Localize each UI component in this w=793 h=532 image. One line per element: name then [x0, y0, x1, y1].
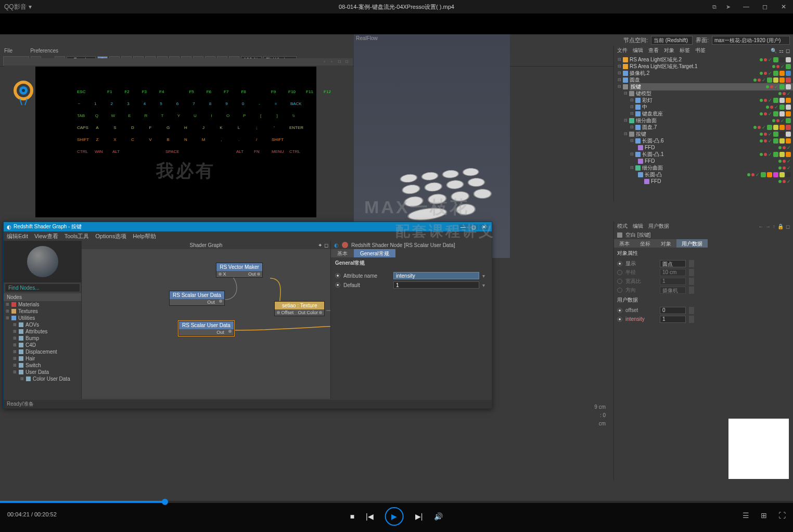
pin-icon[interactable]: ➤ [726, 4, 731, 10]
node-tree-item[interactable]: ⊞Textures [4, 308, 81, 315]
spinner[interactable] [689, 287, 694, 294]
seek-knob[interactable] [162, 499, 168, 505]
om-row[interactable]: ⊟彩灯✓ [614, 97, 793, 103]
om-row[interactable]: ⊟RS Area Light区域光.Target.1✓ [614, 63, 793, 70]
radio-icon[interactable] [617, 288, 622, 293]
node-setiao-texture[interactable]: setiao : Texture OffsetOut Color [274, 301, 325, 316]
maximize-button[interactable]: ◻ [756, 0, 774, 14]
vp-icon-4[interactable]: □ [346, 59, 351, 64]
menu-prefs[interactable]: Preferences [30, 48, 58, 54]
node-scalar-1[interactable]: RS Scalar User Data Out [169, 291, 225, 306]
radio-icon[interactable] [335, 282, 340, 288]
om-row[interactable]: ⊟按键✓ [614, 131, 793, 137]
fullscreen-icon[interactable]: ⛶ [778, 511, 786, 520]
om-search-icon[interactable]: 🔍 [771, 48, 777, 54]
spinner[interactable] [689, 278, 694, 285]
prop-input[interactable] [393, 281, 479, 289]
am-back-icon[interactable]: ← [758, 224, 763, 229]
om-menu-0[interactable]: 文件 [617, 47, 628, 54]
shader-menu-2[interactable]: Tools工具 [65, 232, 89, 240]
om-row[interactable]: ⊟按键✓ [614, 83, 793, 90]
close-button[interactable]: ✕ [774, 0, 793, 14]
radio-icon[interactable] [617, 317, 622, 322]
radio-icon[interactable] [617, 261, 622, 266]
am-menu-1[interactable]: 编辑 [633, 223, 643, 230]
om-row[interactable]: ⊟中✓ [614, 103, 793, 110]
node-tree-item[interactable]: ⊞Materials [4, 301, 81, 308]
om-row[interactable]: ⊟摄像机.2✓ [614, 70, 793, 76]
node-tree-item[interactable]: ⊞User Data [4, 369, 81, 375]
node-tree-item[interactable]: ⊞C4D [4, 342, 81, 348]
shader-menu-0[interactable]: 编辑Edit [7, 232, 28, 240]
player-app-name[interactable]: QQ影音 ▾ [4, 3, 32, 11]
om-row[interactable]: ⊟圆盘✓ [614, 76, 793, 83]
node-tab-1[interactable]: General常规 [354, 249, 395, 257]
pip-icon[interactable]: ⧉ [712, 4, 717, 10]
spinner[interactable] [689, 316, 694, 323]
node-tree-item[interactable]: ⊞Hair [4, 355, 81, 362]
om-row[interactable]: ⊟键盘底座✓ [614, 110, 793, 117]
am-menu-0[interactable]: 模式 [617, 223, 628, 230]
radio-icon[interactable] [335, 273, 340, 278]
om-row[interactable]: ⊟长圆-凸.1✓ [614, 151, 793, 158]
settings-icon[interactable]: ⊞ [761, 511, 767, 520]
om-row[interactable]: FFD✓ [614, 158, 793, 164]
shader-graph-canvas[interactable]: Shader Graph ✦◻ Out Color RS Vector Make… [82, 241, 330, 399]
om-row[interactable]: ⊟细分曲面✓ [614, 117, 793, 124]
om-filter-icon[interactable]: ⚏ [779, 48, 784, 54]
prop-value[interactable]: 圆点 [660, 260, 686, 267]
volume-icon[interactable]: 🔊 [434, 512, 443, 521]
om-menu-4[interactable]: 标签 [680, 47, 690, 54]
om-menu-5[interactable]: 书签 [695, 47, 706, 54]
next-button[interactable]: ▶| [415, 512, 423, 521]
dropdown-icon[interactable]: ▾ [482, 282, 488, 288]
om-row[interactable]: 长圆-凸✓ [614, 171, 793, 178]
render-preview[interactable]: ESCF1F2F3F4F5F6F7F8F9F10F11F12~123456789… [35, 67, 316, 217]
node-tree-item[interactable]: ⊞Utilities [4, 315, 81, 321]
node-tab-0[interactable]: 基本 [331, 249, 354, 257]
am-up-icon[interactable]: ↑ [773, 224, 775, 229]
node-tree-item[interactable]: ⊞AOVs [4, 321, 81, 328]
om-row[interactable]: ⊟细分曲面✓ [614, 164, 793, 171]
shader-menu-1[interactable]: View查看 [34, 232, 58, 240]
layout-select[interactable]: max一枝花-启动-1920 (用户) [712, 36, 790, 45]
play-button[interactable]: ▶ [385, 507, 404, 526]
prop-input[interactable] [393, 272, 479, 279]
am-tab-2[interactable]: 对象 [656, 239, 676, 248]
spinner[interactable] [689, 269, 694, 276]
material-preview[interactable] [4, 241, 81, 282]
stop-button[interactable]: ■ [350, 512, 354, 521]
node-tree-item[interactable]: ⊞Attributes [4, 328, 81, 335]
vp-icon-2[interactable]: ◦ [331, 59, 336, 64]
spinner[interactable] [689, 307, 694, 314]
om-row[interactable]: ⊟长圆-凸.6✓ [614, 137, 793, 144]
am-fwd-icon[interactable]: → [765, 224, 771, 229]
nodespace-select[interactable]: 当前 (Redshift) [651, 36, 693, 45]
om-row[interactable]: ⊟RS Area Light区域光.2✓ [614, 56, 793, 63]
vp-icon-3[interactable]: □ [338, 59, 343, 64]
dropdown-icon[interactable]: ▾ [482, 273, 488, 279]
spinner[interactable] [689, 260, 694, 267]
om-menu-1[interactable]: 编辑 [633, 47, 643, 54]
radio-icon[interactable] [617, 279, 622, 284]
playlist-icon[interactable]: ☰ [743, 511, 749, 520]
graph-expand-icon[interactable]: ✦ [318, 242, 322, 248]
om-menu-2[interactable]: 查看 [648, 47, 659, 54]
node-tree-item[interactable]: ⊞Switch [4, 362, 81, 369]
menu-file[interactable]: File [4, 48, 12, 54]
am-tab-0[interactable]: 基本 [614, 239, 635, 248]
om-row[interactable]: ⊟键模型✓ [614, 90, 793, 97]
om-row[interactable]: FFD✓ [614, 144, 793, 151]
prop-value[interactable]: 1 [660, 316, 686, 323]
vp-icon-1[interactable]: ◦ [324, 59, 329, 64]
radio-icon[interactable] [617, 308, 622, 313]
am-tab-1[interactable]: 坐标 [635, 239, 656, 248]
am-menu-2[interactable]: 用户数据 [648, 223, 669, 230]
minimize-button[interactable]: — [737, 0, 756, 14]
prop-value[interactable]: 0 [660, 307, 686, 314]
node-tree-item[interactable]: ⊞Bump [4, 335, 81, 342]
om-menu-3[interactable]: 对象 [664, 47, 674, 54]
node-tree-item[interactable]: ⊞Color User Data [4, 375, 81, 382]
node-tree-item[interactable]: ⊞Displacement [4, 348, 81, 355]
material-thumbnail[interactable] [728, 419, 789, 479]
